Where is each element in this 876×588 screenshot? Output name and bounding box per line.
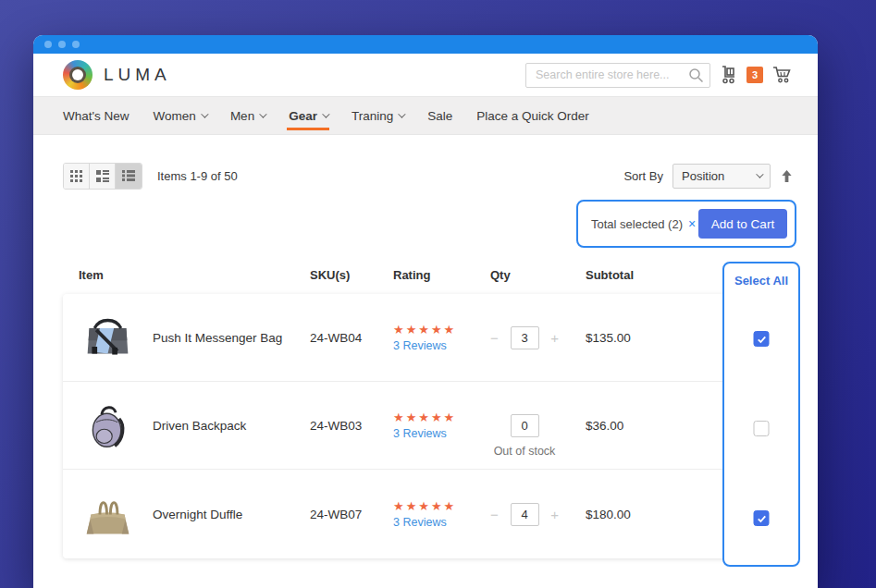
qty-input[interactable] bbox=[511, 503, 539, 526]
reviews-link[interactable]: 3 Reviews bbox=[393, 516, 490, 529]
desktop-background: LUMA 3 bbox=[0, 0, 876, 588]
table-row: Overnight Duffle 24-WB07 ★★★★★ 3 Reviews… bbox=[63, 470, 792, 558]
cart-count-badge: 3 bbox=[746, 67, 763, 83]
rating-stars: ★★★★★ bbox=[393, 410, 490, 425]
stock-note: Out of stock bbox=[494, 445, 556, 458]
product-name: Overnight Duffle bbox=[153, 508, 242, 521]
checkmark-icon bbox=[756, 513, 767, 524]
chevron-down-icon bbox=[259, 110, 266, 117]
nav-item-whats-new[interactable]: What's New bbox=[63, 97, 130, 134]
nav-item-traning[interactable]: Traning bbox=[352, 97, 403, 134]
qty-decrease-button[interactable]: − bbox=[490, 508, 499, 521]
view-grid-icon[interactable] bbox=[64, 164, 90, 189]
reviews-link[interactable]: 3 Reviews bbox=[393, 427, 490, 440]
product-image-backpack bbox=[81, 399, 134, 452]
add-to-cart-button[interactable]: Add to Cart bbox=[698, 209, 787, 239]
row-checkbox[interactable] bbox=[754, 421, 770, 436]
table-row: Push It Messenger Bag 24-WB04 ★★★★★ 3 Re… bbox=[63, 294, 792, 382]
browser-window: LUMA 3 bbox=[33, 35, 818, 588]
qty-input[interactable] bbox=[511, 326, 539, 349]
nav-item-quick-order[interactable]: Place a Quick Order bbox=[476, 97, 589, 134]
search-box bbox=[525, 63, 710, 88]
sort-ascending-icon[interactable] bbox=[780, 169, 794, 183]
window-control-dot[interactable] bbox=[58, 41, 66, 48]
row-checkbox[interactable] bbox=[754, 510, 770, 526]
total-selected-label: Total selected (2) bbox=[591, 217, 683, 231]
luma-logo-icon bbox=[63, 60, 93, 90]
sort-by-label: Sort By bbox=[623, 169, 663, 183]
selection-banner: Total selected (2) × Add to Cart bbox=[576, 200, 796, 248]
view-list-icon[interactable] bbox=[116, 164, 142, 189]
sort-select-value: Position bbox=[682, 169, 724, 183]
product-name: Push It Messenger Bag bbox=[153, 331, 282, 345]
chevron-down-icon bbox=[201, 110, 208, 117]
product-image-duffle bbox=[81, 488, 134, 541]
main-navigation: What's New Women Men Gear Traning Sale P… bbox=[33, 96, 818, 135]
qty-increase-button[interactable]: + bbox=[550, 331, 559, 345]
items-count: Items 1-9 of 50 bbox=[157, 169, 238, 183]
view-grid-list-icon[interactable] bbox=[90, 164, 116, 189]
cart-icon[interactable] bbox=[772, 66, 792, 84]
table-header: Item SKU(s) Rating Qty Subtotal bbox=[63, 268, 792, 282]
product-sku: 24-WB04 bbox=[310, 331, 393, 345]
product-sku: 24-WB03 bbox=[310, 419, 393, 433]
table-row: Driven Backpack 24-WB03 ★★★★★ 3 Reviews … bbox=[63, 382, 792, 470]
quick-order-icon[interactable] bbox=[720, 66, 737, 84]
product-image-messenger-bag bbox=[81, 312, 134, 364]
window-control-dot[interactable] bbox=[72, 41, 80, 48]
select-all-label[interactable]: Select All bbox=[724, 274, 798, 288]
product-name: Driven Backpack bbox=[153, 419, 246, 433]
header-rating: Rating bbox=[393, 268, 490, 282]
clear-selection-icon[interactable]: × bbox=[688, 216, 696, 231]
chevron-down-icon bbox=[398, 110, 405, 117]
window-titlebar bbox=[33, 35, 818, 54]
header-qty: Qty bbox=[490, 268, 586, 282]
rating-stars: ★★★★★ bbox=[393, 499, 490, 514]
search-icon[interactable] bbox=[688, 67, 704, 83]
checkmark-icon bbox=[756, 334, 767, 345]
sort-select[interactable]: Position bbox=[672, 164, 771, 189]
header-sku: SKU(s) bbox=[310, 268, 393, 282]
header-item: Item bbox=[79, 268, 310, 282]
row-checkbox[interactable] bbox=[754, 331, 770, 347]
rating-stars: ★★★★★ bbox=[393, 323, 490, 337]
reviews-link[interactable]: 3 Reviews bbox=[393, 339, 490, 352]
product-sku: 24-WB07 bbox=[310, 508, 393, 521]
luma-logo[interactable]: LUMA bbox=[63, 60, 171, 90]
list-toolbar: Items 1-9 of 50 Sort By Position bbox=[63, 163, 794, 189]
nav-item-women[interactable]: Women bbox=[154, 97, 206, 134]
qty-increase-button[interactable]: + bbox=[550, 508, 559, 521]
view-mode-switcher bbox=[63, 163, 142, 190]
chevron-down-icon bbox=[756, 170, 763, 178]
product-table: Push It Messenger Bag 24-WB04 ★★★★★ 3 Re… bbox=[63, 294, 792, 558]
brand-name: LUMA bbox=[104, 65, 171, 85]
nav-item-gear[interactable]: Gear bbox=[289, 97, 327, 134]
nav-item-sale[interactable]: Sale bbox=[427, 97, 452, 134]
nav-item-men[interactable]: Men bbox=[230, 97, 265, 134]
search-input[interactable] bbox=[525, 63, 710, 88]
window-control-dot[interactable] bbox=[44, 41, 52, 48]
select-all-panel: Select All bbox=[722, 262, 800, 567]
chevron-down-icon bbox=[322, 110, 329, 117]
site-header: LUMA 3 bbox=[33, 54, 818, 96]
qty-decrease-button[interactable]: − bbox=[490, 331, 499, 345]
qty-input[interactable] bbox=[511, 414, 539, 437]
